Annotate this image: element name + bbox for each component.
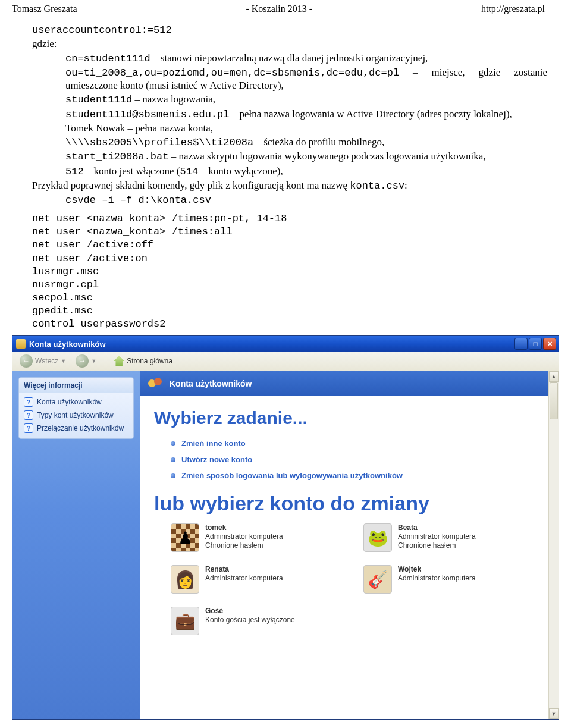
main-pane: Konta użytkowników Wybierz zadanie... Zm… <box>140 371 559 719</box>
dropdown-icon: ▼ <box>91 358 96 364</box>
text-line: Tomek Nowak – pełna nazwa konta, <box>32 122 547 134</box>
cmd-line: gpedit.msc <box>32 305 547 318</box>
text-inline: – nazwa logowania, <box>132 93 215 105</box>
vertical-scrollbar[interactable]: ▲ ▼ <box>548 371 559 719</box>
cmd-line: net user /active:on <box>32 252 547 265</box>
user-tile-wojtek[interactable]: 🎸 Wojtek Administrator komputera <box>363 565 544 594</box>
text-inline: – konto wyłączone), <box>198 165 283 177</box>
users-icon <box>148 377 164 390</box>
text-inline: – pełna nazwa logowania w Active Directo… <box>229 108 512 120</box>
page-header: Tomasz Greszata - Koszalin 2013 - http:/… <box>6 0 565 17</box>
sidebar-link-account-types[interactable]: ? Typy kont użytkowników <box>19 409 133 422</box>
user-tile-tomek[interactable]: ♟ tomek Administrator komputera Chronion… <box>171 523 352 552</box>
header-right: http://greszata.pl <box>481 4 545 14</box>
code-inline: 514 <box>180 166 199 177</box>
user-accounts-window: Konta użytkowników _ □ ✕ ← Wstecz ▼ → ▼ … <box>12 335 559 720</box>
cmd-line: nusrmgr.cpl <box>32 278 547 291</box>
avatar: 🎸 <box>363 565 392 594</box>
home-button[interactable]: Strona główna <box>110 354 176 368</box>
user-note: Chronione hasłem <box>398 541 476 550</box>
user-role: Konto gościa jest wyłączone <box>205 616 295 625</box>
user-tile-renata[interactable]: 👩 Renata Administrator komputera <box>171 565 352 594</box>
user-name: Gość <box>205 607 295 616</box>
choose-account-heading: lub wybierz konto do zmiany <box>154 492 544 515</box>
avatar: ♟ <box>171 523 199 552</box>
help-icon: ? <box>24 423 33 433</box>
sidebar-link-label: Przełączanie użytkowników <box>37 424 124 432</box>
cmd-line: net user /active:off <box>32 239 547 252</box>
scroll-track[interactable] <box>549 420 559 708</box>
code-inline: ou=ti_2008_a,ou=poziomd,ou=men,dc=sbsmen… <box>65 67 399 79</box>
user-role: Administrator komputera <box>398 532 476 541</box>
code-inline: student111d@sbsmenis.edu.pl <box>65 109 229 120</box>
task-label: Zmień sposób logowania lub wylogowywania… <box>181 471 403 480</box>
user-role: Administrator komputera <box>398 574 476 583</box>
code-inline: student111d <box>65 94 132 105</box>
minimize-button[interactable]: _ <box>514 338 528 350</box>
back-label: Wstecz <box>35 357 58 365</box>
cmd-line: lusrmgr.msc <box>32 265 547 278</box>
code-line: useraccountcontrol:=512 <box>32 24 172 36</box>
user-tile-beata[interactable]: 🐸 Beata Administrator komputera Chronion… <box>363 523 544 552</box>
task-change-account[interactable]: Zmień inne konto <box>171 439 544 448</box>
main-banner: Konta użytkowników <box>140 371 559 396</box>
sidebar-link-switch-users[interactable]: ? Przełączanie użytkowników <box>19 422 133 435</box>
scroll-down-button[interactable]: ▼ <box>549 708 559 719</box>
forward-button[interactable]: → ▼ <box>72 353 100 369</box>
cmd-line: net user <nazwa_konta> /times:pn-pt, 14-… <box>32 212 547 225</box>
user-name: Beata <box>398 523 476 532</box>
cmd-line: control userpasswords2 <box>32 318 547 331</box>
user-role: Administrator komputera <box>205 574 283 583</box>
arrow-left-icon: ← <box>20 354 33 368</box>
sidebar: Więcej informacji ? Konta użytkowników ?… <box>12 371 140 719</box>
command-block: net user <nazwa_konta> /times:pn-pt, 14-… <box>32 212 547 331</box>
maximize-button[interactable]: □ <box>529 338 542 350</box>
bullet-icon <box>171 473 175 478</box>
back-button[interactable]: ← Wstecz ▼ <box>16 353 70 369</box>
user-tile-guest[interactable]: 💼 Gość Konto gościa jest wyłączone <box>171 607 352 635</box>
help-icon: ? <box>24 410 33 420</box>
task-change-logon[interactable]: Zmień sposób logowania lub wylogowywania… <box>171 471 544 480</box>
avatar: 🐸 <box>363 523 392 552</box>
sidebar-link-accounts[interactable]: ? Konta użytkowników <box>19 396 133 409</box>
user-name: Wojtek <box>398 565 476 574</box>
user-name: tomek <box>205 523 283 532</box>
sidebar-card: Więcej informacji ? Konta użytkowników ?… <box>18 377 134 439</box>
toolbar: ← Wstecz ▼ → ▼ Strona główna <box>12 352 559 371</box>
cmd-line: net user <nazwa_konta> /times:all <box>32 225 547 239</box>
text-inline: – stanowi niepowtarzalną nazwą dla danej… <box>150 52 428 64</box>
users-grid: ♟ tomek Administrator komputera Chronion… <box>171 523 544 635</box>
help-icon: ? <box>24 397 33 407</box>
cmd-line: secpol.msc <box>32 291 547 305</box>
toolbar-separator <box>105 354 105 368</box>
scroll-up-button[interactable]: ▲ <box>549 371 559 382</box>
bullet-icon <box>171 457 175 462</box>
close-button[interactable]: ✕ <box>543 338 556 350</box>
titlebar[interactable]: Konta użytkowników _ □ ✕ <box>12 336 559 352</box>
text-inline: : <box>404 180 407 191</box>
header-left: Tomasz Greszata <box>12 4 77 14</box>
text-inline: – nazwa skryptu logowania wykonywanego p… <box>168 150 485 162</box>
header-center: - Koszalin 2013 - <box>246 4 312 14</box>
task-create-account[interactable]: Utwórz nowe konto <box>171 455 544 464</box>
scroll-thumb[interactable] <box>550 382 558 419</box>
home-label: Strona główna <box>127 357 172 365</box>
code-inline: cn=student111d <box>65 53 150 64</box>
text-inline: – konto jest włączone ( <box>84 165 180 177</box>
avatar: 👩 <box>171 565 199 594</box>
text-inline: Przykład poprawnej składni komendy, gdy … <box>32 180 350 191</box>
dropdown-icon: ▼ <box>61 358 66 364</box>
task-label: Utwórz nowe konto <box>181 455 252 464</box>
task-label: Zmień inne konto <box>181 439 246 448</box>
code-inline: konta.csv <box>350 180 404 192</box>
sidebar-card-title: Więcej informacji <box>19 378 133 393</box>
code-line: csvde –i –f d:\konta.csv <box>65 194 211 206</box>
choose-task-heading: Wybierz zadanie... <box>154 408 544 428</box>
sidebar-link-label: Konta użytkowników <box>37 398 102 406</box>
bullet-icon <box>171 441 175 446</box>
app-icon <box>16 339 26 349</box>
sidebar-link-label: Typy kont użytkowników <box>37 411 114 419</box>
user-role: Administrator komputera <box>205 532 283 541</box>
document-body: useraccountcontrol:=512 gdzie: cn=studen… <box>6 17 565 335</box>
text-line: gdzie: <box>32 37 547 50</box>
